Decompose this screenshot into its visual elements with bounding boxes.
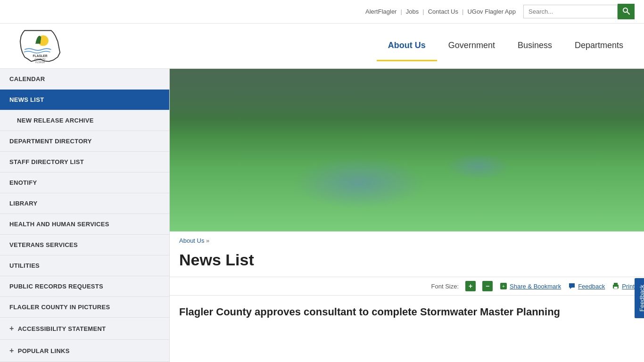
- sidebar-item-department-directory[interactable]: DEPARTMENT DIRECTORY: [0, 131, 169, 152]
- font-size-label: Font Size:: [431, 283, 459, 290]
- svg-rect-37: [170, 210, 644, 231]
- svg-rect-8: [170, 69, 644, 125]
- top-bar: AlertFlagler | Jobs | Contact Us | UGov …: [0, 0, 644, 24]
- feedback-link[interactable]: Feedback: [568, 282, 605, 290]
- svg-point-34: [256, 156, 272, 169]
- header: FLAGLER COUNTY FLORIDA About Us Governme…: [0, 24, 644, 69]
- print-icon: [611, 282, 620, 290]
- print-link[interactable]: Print: [611, 282, 635, 290]
- svg-point-10: [226, 69, 302, 118]
- nav-departments[interactable]: Departments: [563, 31, 635, 61]
- contact-us-link[interactable]: Contact Us: [428, 8, 458, 15]
- toolbar-row: Font Size: + − + Share & Bookmark Feedba…: [170, 277, 644, 296]
- svg-rect-15: [240, 92, 252, 111]
- feedback-label: Feedback: [578, 283, 605, 290]
- svg-text:FLAGLER: FLAGLER: [33, 54, 48, 58]
- svg-point-25: [323, 151, 441, 203]
- svg-point-12: [358, 69, 453, 111]
- svg-point-23: [429, 130, 618, 206]
- svg-point-26: [462, 149, 519, 177]
- sidebar-item-popular-links[interactable]: + POPULAR LINKS: [0, 340, 169, 362]
- jobs-link[interactable]: Jobs: [406, 8, 419, 15]
- page-title: News List: [170, 246, 644, 277]
- breadcrumb-separator: »: [206, 237, 209, 244]
- svg-point-13: [443, 69, 556, 118]
- svg-text:FLORIDA: FLORIDA: [35, 61, 45, 64]
- share-bookmark-link[interactable]: + Share & Bookmark: [499, 282, 561, 290]
- search-button[interactable]: [618, 4, 635, 19]
- font-increase-button[interactable]: +: [465, 281, 476, 291]
- sep3: |: [462, 8, 463, 15]
- nav-area: About Us Government Business Departments: [94, 31, 635, 61]
- top-bar-links: AlertFlagler | Jobs | Contact Us | UGov …: [365, 8, 516, 15]
- sidebar: CALENDAR NEWS LIST NEW RELEASE ARCHIVE D…: [0, 69, 170, 362]
- svg-point-28: [436, 184, 469, 198]
- nav-government[interactable]: Government: [437, 31, 506, 61]
- svg-point-21: [264, 116, 547, 210]
- main-content: About Us » News List Font Size: + − + Sh…: [170, 69, 644, 362]
- breadcrumb-about-link[interactable]: About Us: [179, 237, 204, 244]
- svg-line-1: [627, 12, 629, 14]
- svg-rect-29: [193, 158, 231, 187]
- svg-text:COUNTY: COUNTY: [34, 58, 46, 61]
- sidebar-item-health[interactable]: HEALTH AND HUMAN SERVICES: [0, 214, 169, 235]
- sidebar-item-news-list[interactable]: NEWS LIST: [0, 90, 169, 110]
- feedback-side-button[interactable]: Feedback: [635, 278, 644, 318]
- svg-point-22: [240, 140, 382, 206]
- svg-point-27: [330, 173, 368, 191]
- sidebar-item-staff-directory[interactable]: STAFF DIRECTORY LIST: [0, 152, 169, 173]
- svg-rect-18: [568, 92, 577, 107]
- print-label: Print: [622, 283, 635, 290]
- svg-point-36: [516, 157, 530, 167]
- svg-point-11: [292, 69, 377, 116]
- sidebar-item-library[interactable]: LIBRARY: [0, 193, 169, 214]
- font-decrease-button[interactable]: −: [482, 281, 493, 291]
- news-article: Flagler County approves consultant to co…: [170, 296, 644, 329]
- sidebar-item-pictures[interactable]: FLAGLER COUNTY IN PICTURES: [0, 297, 169, 318]
- nav-about-us[interactable]: About Us: [377, 31, 437, 61]
- sidebar-item-utilities[interactable]: UTILITIES: [0, 255, 169, 276]
- article-title: Flagler County approves consultant to co…: [179, 305, 635, 319]
- logo-area[interactable]: FLAGLER COUNTY FLORIDA: [0, 24, 94, 68]
- svg-rect-17: [556, 90, 566, 107]
- share-icon: +: [499, 282, 508, 290]
- svg-rect-31: [580, 161, 613, 187]
- svg-rect-16: [254, 95, 263, 111]
- sidebar-item-new-release-archive[interactable]: NEW RELEASE ARCHIVE: [0, 110, 169, 131]
- svg-rect-19: [396, 74, 402, 102]
- alert-flagler-link[interactable]: AlertFlagler: [365, 8, 396, 15]
- hero-image-svg: [170, 69, 644, 231]
- main-nav: About Us Government Business Departments: [377, 31, 635, 61]
- sidebar-item-calendar[interactable]: CALENDAR: [0, 69, 169, 90]
- site-logo: FLAGLER COUNTY FLORIDA: [9, 28, 71, 64]
- svg-point-24: [321, 149, 443, 206]
- search-bar: [523, 4, 635, 19]
- sidebar-item-enotify[interactable]: ENOTIFY: [0, 173, 169, 193]
- svg-rect-41: [614, 283, 618, 285]
- sep1: |: [400, 8, 402, 15]
- breadcrumb: About Us »: [170, 231, 644, 246]
- search-input[interactable]: [523, 5, 618, 18]
- svg-point-14: [542, 69, 644, 118]
- sep2: |: [422, 8, 424, 15]
- svg-rect-32: [582, 158, 613, 163]
- svg-point-9: [189, 74, 245, 121]
- sidebar-item-public-records[interactable]: PUBLIC RECORDS REQUESTS: [0, 276, 169, 297]
- page-layout: CALENDAR NEWS LIST NEW RELEASE ARCHIVE D…: [0, 69, 644, 362]
- svg-text:+: +: [502, 284, 505, 289]
- svg-rect-7: [170, 69, 644, 231]
- plus-icon-popular: +: [9, 346, 14, 355]
- search-icon: [622, 7, 630, 15]
- sidebar-item-accessibility[interactable]: + ACCESSIBILITY STATEMENT: [0, 318, 169, 340]
- svg-point-20: [390, 71, 407, 81]
- plus-icon-accessibility: +: [9, 324, 14, 333]
- feedback-icon: [568, 282, 576, 290]
- nav-business[interactable]: Business: [506, 31, 563, 61]
- svg-rect-42: [614, 287, 618, 289]
- hero-image: [170, 69, 644, 231]
- ugov-link[interactable]: UGov Flagler App: [467, 8, 516, 15]
- svg-rect-30: [196, 156, 231, 161]
- share-label: Share & Bookmark: [510, 283, 561, 290]
- sidebar-item-veterans[interactable]: VETERANS SERVICES: [0, 235, 169, 255]
